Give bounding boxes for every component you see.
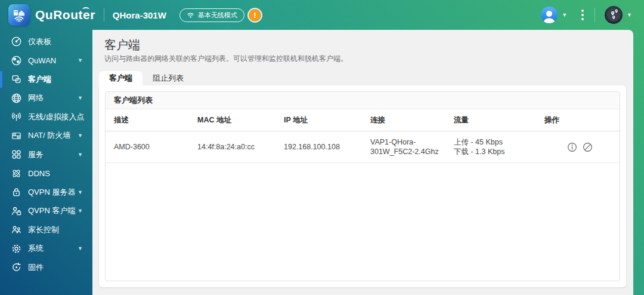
sidebar-nav: 仪表板 QuWAN ▼ 客户端 网络 ▼ <box>0 30 92 295</box>
cell-ip: 192.168.100.108 <box>275 131 362 162</box>
topbar-actions: ▼ ▼ <box>541 6 632 24</box>
sidebar-item-clients[interactable]: 客户端 <box>0 70 92 89</box>
column-header-traffic[interactable]: 流量 <box>445 109 536 131</box>
vpn-server-icon <box>10 186 22 198</box>
tab-block-list[interactable]: 阻止列表 <box>143 71 194 85</box>
client-list-card: 客户端列表 描述 MAC 地址 IP 地址 连接 流量 操作 AMD-3600 … <box>105 91 620 281</box>
cell-connection: VAP1-QHora-301W_F5C2-2.4Ghz <box>362 131 445 162</box>
column-header-ip[interactable]: IP 地址 <box>275 109 362 131</box>
parental-icon <box>10 224 22 236</box>
tab-bar: 客户端 阻止列表 <box>99 71 194 85</box>
region-globe-button[interactable] <box>605 6 623 24</box>
ddns-icon <box>10 167 22 179</box>
table-row: AMD-3600 14:4f:8a:24:a0:cc 192.168.100.1… <box>106 131 620 163</box>
cell-mac: 14:4f:8a:24:a0:cc <box>189 131 275 162</box>
firewall-icon <box>10 130 22 142</box>
cell-actions <box>536 131 620 162</box>
globe-pins-icon <box>606 7 621 23</box>
services-icon <box>10 149 22 161</box>
header-divider <box>104 8 104 21</box>
wireless-ap-icon <box>10 111 22 123</box>
quwan-icon <box>10 54 22 66</box>
sidebar-item-firmware[interactable]: 固件 <box>0 258 92 277</box>
clients-icon <box>10 73 22 85</box>
logo-wordmark: QuRouter <box>35 8 95 22</box>
sidebar-item-system[interactable]: 系统 ▼ <box>0 239 92 259</box>
top-bar: QuRouter QHora-301W 基本无线模式 ! ▼ <box>0 0 644 30</box>
firmware-icon <box>10 262 22 274</box>
sidebar-item-network[interactable]: 网络 ▼ <box>0 89 92 108</box>
device-name: QHora-301W <box>113 10 166 20</box>
sidebar-item-quwan[interactable]: QuWAN ▼ <box>0 51 92 70</box>
wireless-mode-label: 基本无线模式 <box>198 11 237 20</box>
logo-wifi-accent <box>82 7 89 11</box>
traffic-upload: 上传 - 45 Kbps <box>454 137 531 147</box>
cell-traffic: 上传 - 45 Kbps 下载 - 1.3 Kbps <box>445 131 536 162</box>
client-list-title: 客户端列表 <box>106 92 620 109</box>
chevron-down-icon: ▼ <box>78 133 83 139</box>
block-icon[interactable] <box>583 142 593 152</box>
column-header-mac[interactable]: MAC 地址 <box>189 109 275 131</box>
tab-clients[interactable]: 客户端 <box>99 71 143 85</box>
chevron-down-icon: ▼ <box>78 57 83 63</box>
info-icon[interactable] <box>567 142 577 152</box>
vpn-client-icon <box>10 205 22 217</box>
sidebar-item-qvpn-client[interactable]: QVPN 客户端 ▼ <box>0 202 92 221</box>
wifi-icon <box>187 12 194 19</box>
chevron-down-icon: ▼ <box>78 189 83 195</box>
network-icon <box>10 92 22 104</box>
qurouter-logo-icon <box>11 7 27 23</box>
chevron-down-icon: ▼ <box>78 95 83 101</box>
sidebar-item-wireless-ap[interactable]: 无线/虚拟接入点 <box>0 107 92 127</box>
sidebar-item-dashboard[interactable]: 仪表板 <box>0 32 92 51</box>
sidebar-item-qvpn-server[interactable]: QVPN 服务器 ▼ <box>0 183 92 202</box>
main-panel: 客户端 访问与路由器的网络关联的客户端列表。可以管理和监控联机和脱机客户端。 客… <box>92 30 633 295</box>
column-header-description[interactable]: 描述 <box>106 109 189 131</box>
table-header-row: 描述 MAC 地址 IP 地址 连接 流量 操作 <box>106 109 620 131</box>
sidebar-item-nat-firewall[interactable]: NAT/ 防火墙 ▼ <box>0 127 92 146</box>
chevron-down-icon: ▼ <box>78 245 83 251</box>
page-title: 客户端 <box>104 37 140 53</box>
user-avatar[interactable] <box>541 7 558 23</box>
topbar-divider <box>595 8 595 22</box>
clients-tab-panel: 客户端列表 描述 MAC 地址 IP 地址 连接 流量 操作 AMD-3600 … <box>99 85 626 287</box>
page-description: 访问与路由器的网络关联的客户端列表。可以管理和监控联机和脱机客户端。 <box>104 54 348 64</box>
warning-icon[interactable]: ! <box>249 9 261 21</box>
dashboard-icon <box>10 36 22 48</box>
region-menu-caret[interactable]: ▼ <box>627 12 632 18</box>
app-logo[interactable] <box>8 4 30 26</box>
wireless-mode-badge[interactable]: 基本无线模式 <box>179 8 244 22</box>
sidebar-item-services[interactable]: 服务 ▼ <box>0 145 92 164</box>
chevron-down-icon: ▼ <box>78 208 83 214</box>
column-header-connection[interactable]: 连接 <box>362 109 445 131</box>
sidebar-item-parental-control[interactable]: 家长控制 <box>0 220 92 239</box>
sidebar-item-ddns[interactable]: DDNS <box>0 164 92 183</box>
cell-description: AMD-3600 <box>106 131 189 162</box>
system-icon <box>10 242 22 254</box>
column-header-actions[interactable]: 操作 <box>536 109 620 131</box>
more-options-button[interactable] <box>581 10 584 20</box>
chevron-down-icon: ▼ <box>78 152 83 158</box>
user-icon <box>541 8 558 23</box>
user-menu-caret[interactable]: ▼ <box>562 12 567 18</box>
traffic-download: 下载 - 1.3 Kbps <box>454 147 531 156</box>
